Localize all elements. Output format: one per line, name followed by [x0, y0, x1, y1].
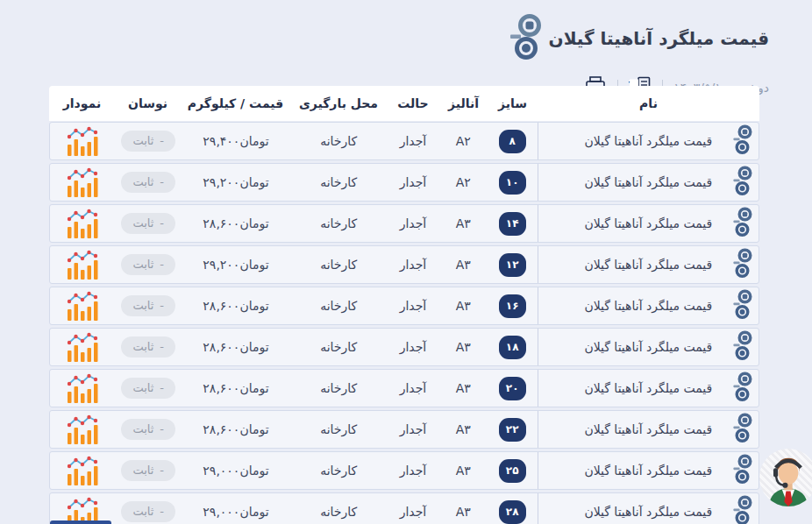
cell-name[interactable]: قیمت میلگرد آناهیتا گیلان — [538, 164, 759, 201]
cell-loading: کارخانه — [290, 216, 387, 230]
product-name: قیمت میلگرد آناهیتا گیلان — [584, 258, 712, 272]
price-unit: تومان — [239, 464, 268, 478]
table-row[interactable]: قیمت میلگرد آناهیتا گیلان ۱۴ A۳ آجدار کا… — [49, 204, 759, 243]
fluctuation-badge: ثابت - — [121, 501, 175, 522]
support-chat-button[interactable] — [759, 449, 812, 506]
cell-name[interactable]: قیمت میلگرد آناهیتا گیلان — [538, 411, 759, 448]
price-chart-icon[interactable] — [66, 373, 99, 403]
price-amount: ۲۸,۶۰۰ — [203, 381, 239, 395]
cell-size: ۱۲ — [488, 253, 538, 277]
price-unit: تومان — [239, 505, 268, 519]
cell-fluctuation: ثابت - — [116, 131, 182, 152]
fluctuation-badge: ثابت - — [121, 460, 175, 481]
cell-price: ۲۹,۴۰۰تومان — [182, 134, 291, 148]
product-name: قیمت میلگرد آناهیتا گیلان — [584, 175, 712, 189]
cell-price: ۲۹,۰۰۰تومان — [182, 505, 291, 519]
cell-name[interactable]: قیمت میلگرد آناهیتا گیلان — [538, 452, 759, 489]
cell-fluctuation: ثابت - — [116, 460, 182, 481]
row-brand-icon — [733, 413, 752, 447]
cell-chart — [50, 250, 116, 280]
price-chart-icon[interactable] — [66, 250, 99, 280]
table-row[interactable]: قیمت میلگرد آناهیتا گیلان ۲۰ A۳ آجدار کا… — [49, 369, 759, 407]
cell-chart — [50, 291, 116, 321]
cell-loading: کارخانه — [290, 505, 387, 519]
fluctuation-label: ثابت — [132, 341, 153, 352]
table-row[interactable]: قیمت میلگرد آناهیتا گیلان ۸ A۲ آجدار کار… — [49, 122, 759, 160]
cell-name[interactable]: قیمت میلگرد آناهیتا گیلان — [538, 123, 759, 159]
cell-chart — [50, 126, 116, 156]
cell-state: آجدار — [387, 175, 439, 189]
page-title: قیمت میلگرد آناهیتا گیلان — [549, 28, 769, 49]
fluctuation-symbol: - — [160, 464, 164, 476]
row-brand-icon — [733, 495, 752, 524]
fluctuation-badge: ثابت - — [121, 336, 175, 358]
page: قیمت میلگرد آناهیتا گیلان دوشنبه : ۱۴۰۳/… — [0, 0, 812, 524]
size-badge: ۲۰ — [499, 377, 526, 400]
price-chart-icon[interactable] — [66, 291, 99, 321]
price-unit: تومان — [239, 134, 268, 148]
row-brand-icon — [733, 248, 752, 282]
price-chart-icon[interactable] — [66, 414, 99, 444]
cell-state: آجدار — [387, 134, 439, 148]
fluctuation-badge: ثابت - — [121, 213, 175, 234]
fluctuation-badge: ثابت - — [121, 131, 175, 152]
header-chart: نمودار — [49, 96, 115, 110]
table-row[interactable]: قیمت میلگرد آناهیتا گیلان ۱۸ A۳ آجدار کا… — [49, 328, 759, 366]
price-chart-icon[interactable] — [66, 332, 99, 362]
table-row[interactable]: قیمت میلگرد آناهیتا گیلان ۱۰ A۲ آجدار کا… — [49, 163, 759, 202]
fluctuation-label: ثابت — [132, 464, 153, 476]
row-brand-icon — [733, 124, 752, 159]
product-name: قیمت میلگرد آناهیتا گیلان — [584, 422, 712, 436]
fluctuation-symbol: - — [160, 382, 164, 393]
fluctuation-label: ثابت — [132, 506, 153, 517]
fluctuation-badge: ثابت - — [121, 254, 175, 275]
size-badge: ۲۸ — [499, 500, 526, 524]
table-row[interactable]: قیمت میلگرد آناهیتا گیلان ۱۲ A۳ آجدار کا… — [49, 245, 759, 284]
cell-size: ۱۶ — [488, 294, 538, 318]
fluctuation-label: ثابت — [132, 423, 153, 435]
cell-price: ۲۸,۶۰۰تومان — [182, 381, 291, 395]
product-name: قیمت میلگرد آناهیتا گیلان — [584, 381, 712, 395]
table-row[interactable]: قیمت میلگرد آناهیتا گیلان ۱۶ A۳ آجدار کا… — [49, 287, 759, 325]
cell-size: ۱۸ — [488, 336, 538, 359]
cell-price: ۲۸,۶۰۰تومان — [182, 422, 291, 436]
price-amount: ۲۸,۶۰۰ — [203, 216, 239, 230]
fluctuation-symbol: - — [160, 423, 164, 435]
cell-name[interactable]: قیمت میلگرد آناهیتا گیلان — [538, 287, 759, 324]
price-unit: تومان — [239, 340, 268, 354]
fluctuation-symbol: - — [160, 135, 164, 146]
price-chart-icon[interactable] — [66, 456, 99, 485]
table-row[interactable]: قیمت میلگرد آناهیتا گیلان ۲۲ A۳ آجدار کا… — [49, 410, 759, 449]
table-header-row: نام سایز آنالیز حالت محل بارگیری قیمت / … — [49, 86, 759, 121]
cell-name[interactable]: قیمت میلگرد آناهیتا گیلان — [538, 329, 759, 365]
cell-size: ۱۴ — [488, 212, 538, 236]
price-chart-icon[interactable] — [66, 167, 99, 197]
cell-name[interactable]: قیمت میلگرد آناهیتا گیلان — [538, 246, 759, 283]
product-name: قیمت میلگرد آناهیتا گیلان — [584, 134, 712, 148]
cell-chart — [50, 456, 116, 485]
fluctuation-label: ثابت — [132, 258, 153, 270]
table-row[interactable]: قیمت میلگرد آناهیتا گیلان ۲۸ A۳ آجدار کا… — [49, 492, 759, 524]
price-chart-icon[interactable] — [66, 126, 99, 156]
cell-state: آجدار — [387, 422, 439, 436]
cell-state: آجدار — [387, 216, 439, 230]
table-row[interactable]: قیمت میلگرد آناهیتا گیلان ۲۵ A۳ آجدار کا… — [49, 451, 759, 490]
fluctuation-label: ثابت — [132, 176, 153, 188]
price-chart-icon[interactable] — [66, 209, 99, 238]
header-state: حالت — [387, 96, 439, 110]
cell-analysis: A۳ — [439, 216, 488, 230]
size-badge: ۸ — [499, 130, 526, 153]
fluctuation-symbol: - — [160, 341, 164, 352]
price-amount: ۲۸,۶۰۰ — [203, 340, 239, 354]
cell-name[interactable]: قیمت میلگرد آناهیتا گیلان — [538, 205, 759, 242]
cell-fluctuation: ثابت - — [116, 213, 182, 234]
cell-name[interactable]: قیمت میلگرد آناهیتا گیلان — [538, 493, 759, 524]
cell-analysis: A۳ — [439, 464, 488, 478]
cell-name[interactable]: قیمت میلگرد آناهیتا گیلان — [538, 370, 759, 407]
fluctuation-label: ثابت — [132, 382, 153, 393]
cell-analysis: A۳ — [439, 505, 488, 519]
price-amount: ۲۹,۰۰۰ — [203, 464, 239, 478]
cell-size: ۲۵ — [488, 459, 538, 483]
cell-fluctuation: ثابت - — [116, 501, 182, 522]
cell-loading: کارخانه — [290, 340, 387, 354]
